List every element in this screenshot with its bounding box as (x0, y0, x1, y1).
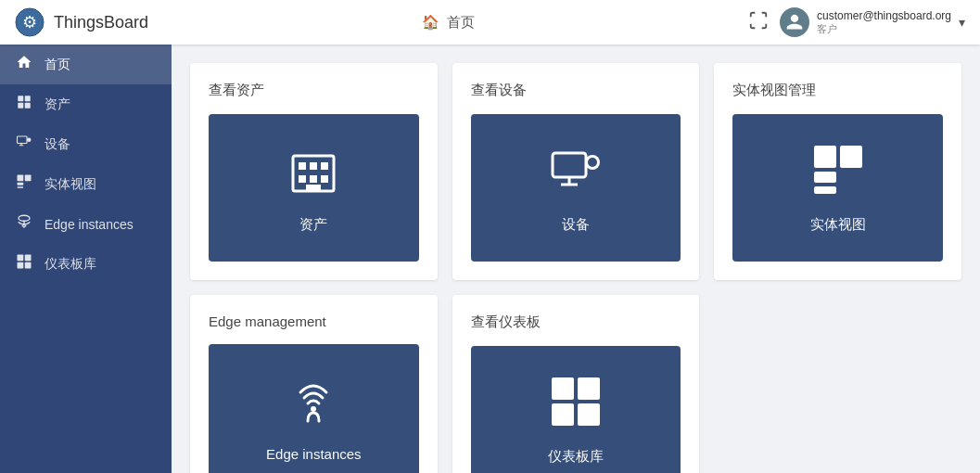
section-entity-view-management: 实体视图管理 实体视图 (714, 63, 961, 280)
header: ⚙ ThingsBoard 🏠 首页 customer@thingsboard.… (0, 0, 980, 45)
breadcrumb: 🏠 首页 (422, 14, 475, 32)
sidebar-label-edge-instances: Edge instances (45, 217, 134, 232)
assets-icon (15, 94, 33, 115)
assets-card-label: 资产 (299, 216, 327, 234)
devices-icon (15, 134, 33, 155)
assets-card-icon (286, 142, 341, 205)
svg-rect-4 (18, 103, 23, 109)
svg-rect-25 (553, 153, 586, 177)
svg-point-34 (311, 406, 316, 412)
sidebar-item-devices[interactable]: 设备 (0, 124, 172, 164)
entity-views-card-label: 实体视图 (810, 216, 866, 234)
svg-rect-9 (25, 175, 32, 182)
svg-rect-22 (310, 175, 317, 183)
header-right: customer@thingsboard.org 客户 ▾ (748, 7, 965, 37)
section-view-devices: 查看设备 设备 (452, 63, 700, 280)
cards-grid: 查看资产 (190, 63, 961, 473)
svg-rect-5 (25, 103, 31, 109)
svg-point-12 (19, 215, 30, 221)
sidebar-label-assets: 资产 (45, 96, 70, 113)
section-view-dashboards: 查看仪表板 仪表板库 (452, 295, 700, 473)
svg-rect-30 (814, 146, 836, 168)
section-title-entity-views: 实体视图管理 (732, 82, 943, 99)
section-view-assets: 查看资产 (190, 63, 438, 280)
card-dashboards[interactable]: 仪表板库 (471, 346, 681, 473)
section-title-edge: Edge management (209, 313, 419, 329)
sidebar-label-entity-views: 实体视图 (45, 176, 96, 193)
svg-point-27 (588, 158, 597, 167)
section-title-dashboards: 查看仪表板 (471, 313, 681, 331)
svg-rect-10 (18, 183, 24, 185)
svg-rect-33 (814, 186, 836, 194)
card-devices[interactable]: 设备 (471, 114, 681, 262)
header-left: ⚙ ThingsBoard (15, 7, 148, 37)
svg-rect-21 (299, 175, 306, 183)
card-edge-instances[interactable]: Edge instances (209, 344, 419, 473)
sidebar-label-home: 首页 (45, 57, 70, 73)
sidebar-item-dashboards[interactable]: 仪表板库 (0, 244, 172, 284)
breadcrumb-home-icon: 🏠 (422, 14, 439, 31)
brand-name: ThingsBoard (54, 13, 148, 32)
main-layout: 首页 资产 设备 实体视图 (0, 45, 980, 473)
devices-card-icon (548, 142, 604, 205)
sidebar-item-assets[interactable]: 资产 (0, 84, 172, 124)
empty-cell (714, 295, 961, 473)
svg-rect-13 (18, 255, 24, 262)
svg-rect-37 (552, 403, 574, 426)
user-email: customer@thingsboard.org (817, 9, 951, 22)
svg-rect-35 (552, 377, 574, 400)
svg-rect-14 (25, 255, 32, 262)
sidebar-label-devices: 设备 (45, 136, 70, 153)
svg-rect-6 (18, 136, 28, 144)
section-title-assets: 查看资产 (209, 82, 419, 99)
svg-rect-19 (310, 162, 317, 170)
user-details: customer@thingsboard.org 客户 (817, 9, 951, 36)
svg-rect-36 (578, 377, 600, 400)
section-edge-management: Edge management Edge instanc (190, 295, 438, 473)
svg-rect-23 (321, 175, 328, 183)
svg-rect-16 (25, 262, 32, 269)
svg-rect-18 (299, 162, 306, 170)
user-avatar (780, 7, 809, 37)
card-entity-views[interactable]: 实体视图 (732, 114, 943, 262)
edge-icon (15, 213, 33, 235)
edge-card-icon (286, 372, 341, 435)
svg-rect-8 (18, 175, 24, 182)
logo-icon: ⚙ (15, 7, 45, 37)
user-menu[interactable]: customer@thingsboard.org 客户 ▾ (780, 7, 965, 37)
svg-rect-31 (840, 146, 862, 168)
svg-rect-20 (321, 162, 328, 170)
svg-rect-3 (25, 96, 31, 101)
svg-rect-38 (578, 403, 600, 426)
svg-text:⚙: ⚙ (22, 13, 37, 32)
svg-rect-2 (18, 96, 23, 101)
svg-rect-11 (18, 186, 24, 188)
sidebar-item-home[interactable]: 首页 (0, 45, 172, 84)
home-icon (15, 54, 33, 75)
sidebar: 首页 资产 设备 实体视图 (0, 45, 172, 473)
svg-rect-24 (306, 185, 321, 191)
fullscreen-button[interactable] (748, 10, 769, 35)
section-title-devices: 查看设备 (471, 82, 681, 99)
dashboards-card-icon (548, 374, 604, 437)
sidebar-item-edge-instances[interactable]: Edge instances (0, 204, 172, 244)
entity-views-icon (15, 173, 33, 195)
dashboards-icon (15, 253, 33, 275)
sidebar-label-dashboards: 仪表板库 (45, 256, 96, 273)
svg-rect-15 (18, 262, 24, 269)
edge-card-label: Edge instances (266, 446, 362, 462)
entity-views-card-icon (810, 142, 866, 205)
svg-point-7 (27, 138, 32, 143)
sidebar-item-entity-views[interactable]: 实体视图 (0, 164, 172, 204)
dashboards-card-label: 仪表板库 (548, 448, 604, 466)
devices-card-label: 设备 (562, 216, 590, 234)
card-assets[interactable]: 资产 (209, 114, 419, 262)
content-area: 查看资产 (172, 45, 980, 473)
user-dropdown-arrow: ▾ (959, 15, 965, 30)
user-role: 客户 (817, 22, 837, 36)
breadcrumb-label: 首页 (447, 14, 475, 32)
svg-rect-32 (814, 172, 836, 183)
